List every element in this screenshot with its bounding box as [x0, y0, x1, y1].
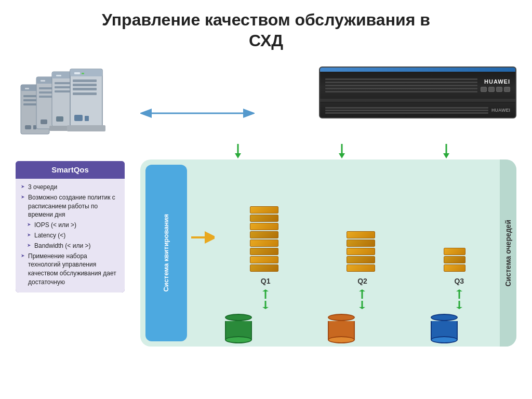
svg-rect-28 [73, 84, 97, 86]
appliance-vents [325, 78, 477, 92]
appliance-stripe [320, 68, 515, 72]
smartqos-body: 3 очереди Возможно создание политик с ра… [16, 179, 125, 292]
list-item: Возможно создание политик с расписанием … [21, 193, 119, 219]
q3-card-stack [444, 248, 475, 273]
svg-marker-36 [235, 153, 241, 158]
port [481, 87, 487, 92]
database-orange [328, 314, 355, 343]
left-column: SmartQos 3 очереди Возможно создание пол… [16, 61, 130, 347]
q2-arrows-icon [358, 289, 366, 310]
queue-col-q2: Q2 [315, 216, 409, 310]
down-arrow-q1-icon [234, 144, 242, 159]
card [250, 248, 278, 255]
svg-rect-30 [73, 92, 97, 95]
main-content: SmartQos 3 очереди Возможно создание пол… [0, 61, 532, 347]
db-bottom [225, 336, 252, 343]
appliance-right: HUAWEI [481, 78, 510, 92]
svg-rect-17 [56, 75, 61, 76]
card [347, 240, 375, 247]
queue-col-q3: Q3 [413, 211, 506, 310]
svg-rect-29 [73, 88, 97, 90]
card [250, 206, 278, 214]
database-green [225, 314, 252, 343]
card [250, 223, 278, 230]
smartqos-list: 3 очереди Возможно создание политик с ра… [21, 183, 119, 287]
card [347, 264, 375, 272]
svg-rect-32 [85, 116, 89, 121]
q2-label: Q2 [357, 277, 367, 285]
database-blue [431, 314, 458, 343]
q1-arrows-icon [261, 289, 270, 310]
q1-cards-area [250, 206, 281, 273]
svg-rect-10 [41, 80, 45, 82]
card [347, 248, 375, 255]
top-down-arrows [186, 144, 498, 159]
svg-marker-54 [456, 307, 462, 309]
appliance-brand: HUAWEI [484, 78, 510, 85]
page-title: Управление качеством обслуживания в СХД [31, 9, 501, 51]
q3-label: Q3 [454, 277, 464, 285]
unit2-vents [325, 107, 488, 114]
vent-line [325, 91, 477, 92]
list-item: Применение набора технологий управления … [21, 252, 119, 287]
list-item-latency: Latency (<) [21, 231, 119, 240]
card [444, 264, 466, 272]
appliance-middle: HUAWEI [320, 72, 515, 99]
down-arrow-q3-icon [442, 144, 450, 159]
server-towers-icon [16, 64, 114, 155]
vent-line [325, 85, 477, 86]
svg-marker-40 [443, 153, 449, 158]
port [504, 87, 510, 92]
card [250, 256, 278, 263]
vent-line [325, 107, 488, 109]
list-item: 3 очереди [21, 183, 119, 192]
queue-diagram: Система очередей Система квитирования [140, 159, 516, 347]
vent-line [325, 88, 477, 89]
svg-rect-26 [82, 73, 84, 74]
top-diagram-row: HUAWEI [140, 61, 516, 142]
svg-marker-38 [339, 153, 345, 158]
horizontal-arrow-icon [140, 105, 255, 121]
svg-rect-2 [25, 88, 29, 89]
vent-line [325, 82, 477, 83]
storage-appliance: HUAWEI [319, 66, 516, 118]
right-column: HUAWEI [140, 61, 516, 347]
appliance-unit2: HUAWEI [320, 103, 515, 117]
svg-marker-44 [262, 289, 269, 291]
svg-rect-6 [25, 125, 31, 129]
db-bottom [431, 336, 458, 343]
card [347, 231, 375, 238]
card [347, 256, 375, 263]
card [444, 256, 466, 263]
vent-line [325, 78, 477, 80]
card [250, 215, 278, 222]
svg-marker-52 [456, 289, 462, 291]
svg-rect-31 [74, 115, 83, 121]
card [444, 248, 466, 255]
list-item: IOPS (< или >) [21, 221, 119, 230]
svg-marker-48 [359, 289, 365, 291]
svg-rect-25 [74, 72, 80, 74]
towers-area [16, 61, 130, 155]
svg-marker-46 [262, 307, 269, 309]
q2-cards-area [347, 231, 378, 273]
appliance-bottom-stripe [320, 99, 515, 102]
q3-arrows-icon [455, 289, 463, 310]
appliance-ports [481, 87, 510, 92]
vent-line [325, 110, 488, 111]
title-area: Управление качеством обслуживания в СХД [0, 0, 532, 56]
port [496, 87, 502, 92]
queue-col-q1: Q1 [219, 206, 312, 310]
kvitirovaniya-box: Система квитирования [145, 165, 187, 341]
card [250, 264, 278, 272]
svg-marker-50 [359, 307, 365, 309]
smartqos-panel: SmartQos 3 очереди Возможно создание пол… [16, 161, 125, 292]
kvit-arrow-icon [191, 231, 215, 244]
db-top [225, 314, 252, 321]
list-item: Bandwidth (< или >) [21, 242, 119, 250]
unit2-brand: HUAWEI [491, 108, 510, 113]
svg-rect-21 [56, 116, 63, 122]
q1-label: Q1 [261, 277, 271, 285]
q1-card-stack [250, 206, 281, 273]
db-top [431, 314, 458, 321]
